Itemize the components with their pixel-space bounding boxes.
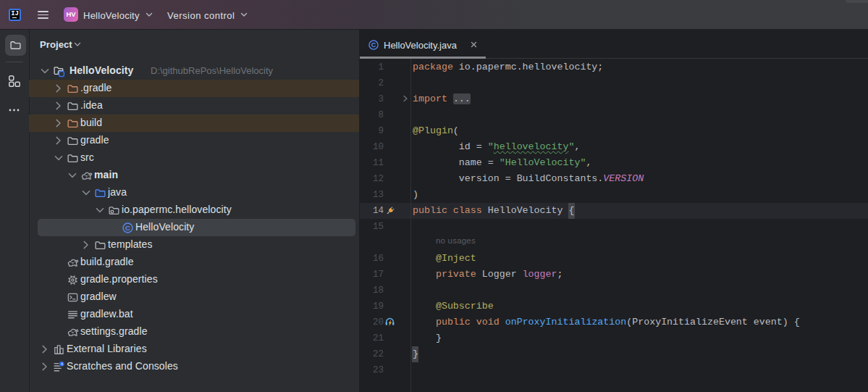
svg-text:C: C: [125, 224, 130, 232]
svg-text:C: C: [371, 41, 376, 49]
